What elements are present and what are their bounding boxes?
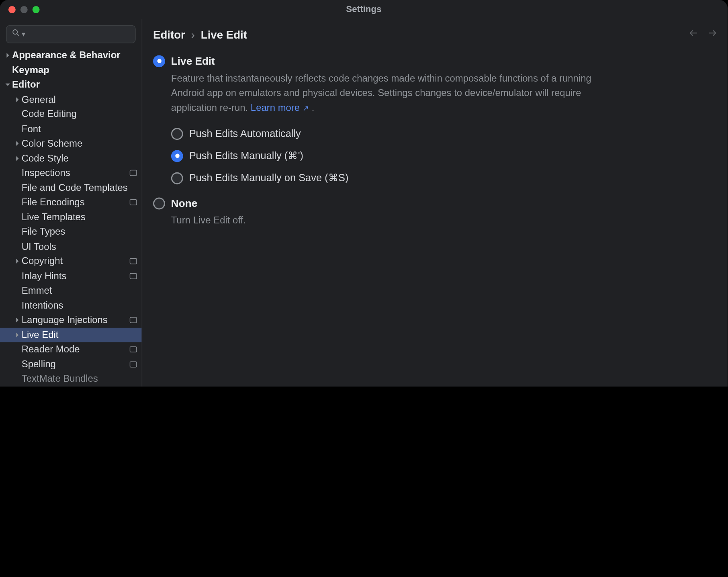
sidebar-item-label: Copyright <box>22 255 127 268</box>
scope-badge-icon <box>130 361 137 367</box>
sidebar-item-file-encodings[interactable]: File Encodings <box>0 195 142 210</box>
radio-label: None <box>171 197 246 211</box>
nav-forward-icon[interactable] <box>707 28 718 43</box>
sidebar-item-label: General <box>22 93 137 106</box>
sidebar-item-inspections[interactable]: Inspections <box>0 166 142 180</box>
sidebar-item-label: Code Editing <box>22 108 137 121</box>
titlebar: Settings <box>0 0 728 19</box>
radio-label: Push Edits Automatically <box>189 127 301 141</box>
sidebar-item-label: TextMate Bundles <box>22 372 137 385</box>
radio-icon <box>171 128 183 140</box>
sidebar-item-appearance-behavior[interactable]: Appearance & Behavior <box>0 48 142 63</box>
sidebar-item-textmate-bundles[interactable]: TextMate Bundles <box>0 372 142 387</box>
sidebar-item-label: Font <box>22 123 137 135</box>
sidebar-item-intentions[interactable]: Intentions <box>0 298 142 313</box>
settings-sidebar: ▾ Appearance & BehaviorKeymapEditorGener… <box>0 19 142 387</box>
settings-window: Settings ▾ Appearance & BehaviorKeymapEd… <box>0 0 728 387</box>
radio-push-manual[interactable]: Push Edits Manually (⌘') <box>171 145 717 167</box>
sidebar-item-color-scheme[interactable]: Color Scheme <box>0 136 142 151</box>
sidebar-item-label: Live Templates <box>22 211 137 223</box>
sidebar-item-emmet[interactable]: Emmet <box>0 283 142 298</box>
sidebar-item-reader-mode[interactable]: Reader Mode <box>0 342 142 357</box>
breadcrumb-leaf: Live Edit <box>201 28 247 43</box>
chevron-right-icon <box>13 96 22 102</box>
learn-more-link[interactable]: Learn more ↗ <box>251 103 309 113</box>
sidebar-item-label: Inspections <box>22 167 127 180</box>
sidebar-item-live-edit[interactable]: Live Edit <box>0 327 142 342</box>
sidebar-item-label: Keymap <box>12 63 137 76</box>
radio-icon <box>153 55 165 67</box>
sidebar-item-file-types[interactable]: File Types <box>0 225 142 239</box>
chevron-down-icon <box>4 82 12 88</box>
sidebar-item-code-editing[interactable]: Code Editing <box>0 107 142 122</box>
sidebar-item-label: Language Injections <box>22 314 127 327</box>
radio-label: Push Edits Manually (⌘') <box>189 149 303 163</box>
sidebar-item-file-and-code-templates[interactable]: File and Code Templates <box>0 180 142 195</box>
sidebar-item-editor[interactable]: Editor <box>0 78 142 92</box>
scope-badge-icon <box>130 347 137 353</box>
scope-badge-icon <box>130 273 137 279</box>
settings-main: Editor › Live Edit Live Edit Feature tha… <box>142 19 728 387</box>
scope-badge-icon <box>130 199 137 205</box>
chevron-right-icon <box>13 258 22 264</box>
sidebar-item-live-templates[interactable]: Live Templates <box>0 210 142 225</box>
svg-point-0 <box>13 30 17 34</box>
sidebar-item-label: Emmet <box>22 284 137 297</box>
radio-icon <box>171 172 183 184</box>
radio-push-auto[interactable]: Push Edits Automatically <box>171 123 717 145</box>
settings-content: Live Edit Feature that instantaneously r… <box>142 46 728 387</box>
sidebar-item-label: Inlay Hints <box>22 270 127 282</box>
sidebar-item-ui-tools[interactable]: UI Tools <box>0 239 142 254</box>
search-dropdown-icon[interactable]: ▾ <box>22 29 25 39</box>
radio-none[interactable]: None Turn Live Edit off. <box>153 193 717 232</box>
sidebar-item-label: Intentions <box>22 299 137 312</box>
sidebar-search[interactable]: ▾ <box>6 25 136 43</box>
sidebar-item-copyright[interactable]: Copyright <box>0 254 142 269</box>
sidebar-item-label: Appearance & Behavior <box>12 49 137 62</box>
radio-description: Turn Live Edit off. <box>171 213 246 228</box>
sidebar-item-label: File Types <box>22 225 137 238</box>
sidebar-item-label: File and Code Templates <box>22 181 137 194</box>
sidebar-item-label: Code Style <box>22 152 137 165</box>
nav-arrows <box>688 28 718 43</box>
chevron-right-icon <box>13 332 22 338</box>
breadcrumb-root[interactable]: Editor <box>153 28 185 43</box>
radio-label: Push Edits Manually on Save (⌘S) <box>189 172 349 185</box>
live-edit-subopts: Push Edits Automatically Push Edits Manu… <box>171 123 717 190</box>
chevron-right-icon <box>4 52 12 58</box>
sidebar-item-label: Live Edit <box>22 328 137 341</box>
chevron-right-icon <box>13 156 22 162</box>
window-title: Settings <box>0 3 728 15</box>
radio-push-save[interactable]: Push Edits Manually on Save (⌘S) <box>171 168 717 190</box>
sidebar-item-label: File Encodings <box>22 196 127 209</box>
search-icon <box>11 27 20 41</box>
search-input[interactable] <box>28 29 144 40</box>
radio-description: Feature that instantaneously reflects co… <box>171 71 603 116</box>
radio-live-edit[interactable]: Live Edit Feature that instantaneously r… <box>153 51 717 119</box>
external-link-icon: ↗ <box>303 104 309 113</box>
sidebar-item-spelling[interactable]: Spelling <box>0 357 142 372</box>
radio-icon <box>153 197 165 209</box>
settings-tree: Appearance & BehaviorKeymapEditorGeneral… <box>0 47 142 387</box>
scope-badge-icon <box>130 317 137 323</box>
sidebar-item-label: Color Scheme <box>22 137 137 150</box>
scope-badge-icon <box>130 170 137 176</box>
sidebar-item-label: UI Tools <box>22 240 137 253</box>
scope-badge-icon <box>130 258 137 264</box>
sidebar-item-label: Editor <box>12 78 137 91</box>
nav-back-icon[interactable] <box>688 28 699 43</box>
sidebar-item-keymap[interactable]: Keymap <box>0 63 142 78</box>
chevron-right-icon <box>13 317 22 323</box>
sidebar-item-general[interactable]: General <box>0 92 142 107</box>
breadcrumb-separator-icon: › <box>191 28 195 42</box>
sidebar-item-font[interactable]: Font <box>0 122 142 137</box>
sidebar-item-inlay-hints[interactable]: Inlay Hints <box>0 269 142 284</box>
chevron-right-icon <box>13 141 22 147</box>
sidebar-item-language-injections[interactable]: Language Injections <box>0 313 142 327</box>
sidebar-item-label: Spelling <box>22 358 127 370</box>
sidebar-item-label: Reader Mode <box>22 343 127 356</box>
svg-line-1 <box>17 34 19 36</box>
breadcrumb: Editor › Live Edit <box>142 19 728 46</box>
radio-icon <box>171 150 183 162</box>
sidebar-item-code-style[interactable]: Code Style <box>0 151 142 166</box>
